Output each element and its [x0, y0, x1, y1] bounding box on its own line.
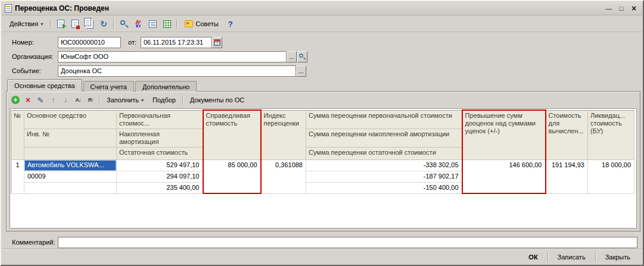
- post-document-button[interactable]: [54, 17, 67, 30]
- sort-ascending-icon: А↓: [76, 97, 81, 103]
- structure-button[interactable]: [160, 17, 173, 30]
- col-header-asset-spacer: [24, 147, 117, 159]
- col-header-asset[interactable]: Основное средство: [24, 110, 117, 129]
- col-header-reval-residual[interactable]: Сумма переоценки остаточной стоимости: [306, 147, 462, 159]
- table-row: 1 Автомобиль VOLKSWA... 529 497,10 85 00…: [11, 159, 634, 171]
- document-window: Переоценка ОС: Проведен — □ × Действия ▾…: [0, 0, 644, 266]
- cell-reval-initial[interactable]: -338 302,05: [306, 159, 462, 171]
- help-button[interactable]: ?: [224, 17, 237, 30]
- toolbar-separator: [99, 95, 100, 105]
- find-button[interactable]: [117, 17, 130, 30]
- tab-additional[interactable]: Дополнительно: [135, 81, 197, 92]
- date-field[interactable]: 06.11.2015 17:23:31: [141, 37, 212, 48]
- button-separator: [595, 252, 596, 262]
- comment-input[interactable]: [58, 237, 637, 248]
- pick-label: Подбор: [153, 96, 176, 104]
- copy-document-button[interactable]: [83, 17, 96, 30]
- titlebar[interactable]: Переоценка ОС: Проведен — □ ×: [2, 2, 642, 15]
- comment-label: Комментарий:: [12, 239, 55, 246]
- search-icon: [120, 20, 129, 29]
- add-row-button[interactable]: +: [10, 94, 21, 106]
- move-down-button[interactable]: ↓: [60, 94, 71, 106]
- col-header-num[interactable]: №: [11, 110, 24, 159]
- close-window-button[interactable]: Закрыть: [599, 252, 637, 262]
- organization-field[interactable]: ЮниСофт ООО: [58, 51, 287, 62]
- sort-ascending-button[interactable]: А↓: [72, 94, 84, 106]
- window-title: Переоценка ОС: Проведен: [15, 4, 601, 12]
- cell-initial-cost[interactable]: 529 497,10: [117, 159, 203, 171]
- cell-reval-index[interactable]: 0,361088: [261, 159, 306, 193]
- cell-inventory-number[interactable]: 00009: [24, 171, 117, 182]
- sort-descending-button[interactable]: Я↑: [85, 94, 97, 106]
- col-header-fair-value[interactable]: Справедливая стоимость: [203, 110, 261, 159]
- cell-accum-depreciation[interactable]: 294 097,10: [117, 171, 203, 182]
- arrow-down-icon: ↓: [64, 96, 67, 104]
- col-header-excess[interactable]: Превышение сумм дооценок над суммами уце…: [462, 110, 546, 159]
- cell-reval-depreciation[interactable]: -187 902,17: [306, 171, 462, 182]
- save-button[interactable]: Записать: [551, 252, 592, 262]
- event-field[interactable]: Дооценка ОС: [58, 65, 296, 77]
- fill-button[interactable]: Заполнить ▾: [102, 95, 148, 105]
- tab-accounts[interactable]: Счета учета: [83, 81, 134, 92]
- window-controls: — □ ×: [603, 4, 639, 13]
- calendar-icon: [214, 39, 220, 46]
- cell-fair-value[interactable]: 85 000,00: [203, 159, 261, 193]
- tab-fixed-assets[interactable]: Основные средства: [7, 79, 82, 92]
- cell-asset-name[interactable]: Автомобиль VOLKSWA...: [24, 159, 117, 171]
- maximize-button[interactable]: □: [616, 4, 627, 13]
- edit-row-button[interactable]: ✎: [35, 94, 46, 106]
- col-header-liquidation[interactable]: Ликвидац... стоимость (БУ): [588, 110, 634, 159]
- dtkt-icon: Дт Кт: [136, 20, 141, 28]
- pick-button[interactable]: Подбор: [148, 95, 180, 105]
- move-up-button[interactable]: ↑: [47, 94, 59, 106]
- cell-liquidation[interactable]: 18 000,00: [588, 159, 634, 193]
- tips-label: Советы: [195, 20, 218, 27]
- document-list-button[interactable]: [146, 17, 159, 30]
- number-field[interactable]: ЮС000000010: [58, 37, 121, 48]
- assets-table-area: № Основное средство Первоначальная стоим…: [10, 108, 637, 229]
- col-header-reval-depreciation[interactable]: Сумма переоценки накопленной амортизации: [306, 129, 462, 147]
- cell-residual-cost[interactable]: 235 400,00: [117, 182, 203, 193]
- col-header-residual-cost[interactable]: Остаточная стоимость: [117, 147, 203, 159]
- document-icon: [5, 4, 12, 12]
- organization-select-button[interactable]: ...: [287, 51, 297, 62]
- reread-button[interactable]: ↻: [97, 17, 110, 30]
- cell-reval-residual[interactable]: -150 400,00: [306, 182, 462, 193]
- col-header-initial-cost[interactable]: Первоначальная стоимос...: [117, 110, 203, 129]
- cell-excess[interactable]: 146 600,00: [462, 159, 546, 193]
- chevron-down-icon: ▾: [41, 21, 43, 27]
- close-button[interactable]: ×: [629, 4, 639, 13]
- col-header-accum-depreciation[interactable]: Накопленная амортизация: [117, 129, 203, 147]
- actions-button[interactable]: Действия ▾: [5, 18, 47, 29]
- calendar-button[interactable]: [212, 37, 222, 48]
- cancel-posting-button[interactable]: [69, 17, 82, 30]
- toolbar-separator: [176, 19, 178, 29]
- event-select-button[interactable]: ...: [296, 65, 306, 77]
- col-header-calc-cost[interactable]: Стоимость для вычислен...: [546, 110, 588, 159]
- edit-icon: ✎: [38, 96, 44, 104]
- cell-asset-spacer[interactable]: [24, 182, 117, 193]
- ok-button[interactable]: ОК: [522, 252, 544, 262]
- cell-row-number[interactable]: 1: [11, 159, 24, 193]
- copy-icon: [84, 18, 91, 26]
- chevron-down-icon: ▾: [141, 98, 144, 103]
- documents-by-asset-button[interactable]: Документы по ОС: [186, 95, 248, 105]
- actions-label: Действия: [10, 20, 38, 27]
- structure-icon: [163, 20, 171, 28]
- delete-row-button[interactable]: ×: [22, 94, 34, 106]
- cell-calc-cost[interactable]: 191 194,93: [546, 159, 588, 193]
- tips-button[interactable]: Советы: [181, 18, 222, 29]
- button-separator: [547, 252, 548, 262]
- fill-label: Заполнить: [107, 96, 139, 104]
- toolbar-separator: [113, 19, 114, 29]
- main-toolbar: Действия ▾ ↻ Дт Кт Советы ?: [2, 16, 642, 32]
- help-icon: ?: [228, 20, 233, 29]
- delete-icon: ×: [26, 96, 30, 104]
- show-postings-button[interactable]: Дт Кт: [132, 17, 145, 30]
- col-header-reval-initial[interactable]: Сумма переоценки первоначальной стоимост…: [306, 110, 462, 129]
- minimize-button[interactable]: —: [603, 4, 614, 13]
- organization-open-button[interactable]: [297, 51, 307, 62]
- col-header-reval-index[interactable]: Индекс переоценки: [261, 110, 306, 159]
- organization-label: Организация:: [12, 53, 53, 60]
- col-header-inventory-number[interactable]: Инв. №: [24, 129, 117, 147]
